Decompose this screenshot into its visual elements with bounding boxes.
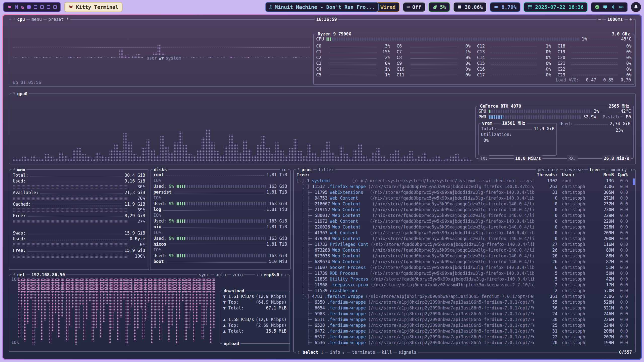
core-usage: 0% xyxy=(459,72,471,78)
window-title-text: Kitty Terminal xyxy=(76,4,118,10)
workspace-button[interactable] xyxy=(27,5,31,9)
mem-column-header[interactable]: MemB xyxy=(591,172,614,178)
process-row[interactable]: │ ├─ 11732Privileged Cont(/nix/store/fqa… xyxy=(297,242,632,247)
cpu-panel-title[interactable]: ¹cpu xyxy=(11,16,26,22)
workspace-button[interactable] xyxy=(53,5,57,9)
bluetooth-icon[interactable] xyxy=(611,5,616,10)
process-row[interactable]: │ ├─ 479390Web Content(/nix/store/fqadd0… xyxy=(297,236,632,242)
process-row[interactable]: │ ├─ 11839Utility Process(/nix/store/fqa… xyxy=(297,276,632,282)
notification-bell-button[interactable] xyxy=(631,2,641,12)
vram-title: vram xyxy=(480,120,494,126)
status-bar: N ↻ Kitty Terminal ♫ Minuit Machine - Do… xyxy=(0,0,644,14)
process-scrollbar[interactable] xyxy=(633,178,635,185)
monitor-icon[interactable] xyxy=(603,5,608,10)
core-label: C10 xyxy=(397,66,408,72)
process-row[interactable]: │ ├─ 41363Web Content(/nix/store/fqadd0b… xyxy=(297,230,632,236)
terminate-button[interactable]: terminate xyxy=(350,349,377,355)
idle-inhibitor-widget[interactable]: ⌨ Off xyxy=(403,2,425,12)
interface-switcher[interactable]: ←benp8s0n→ xyxy=(255,272,288,278)
net-totals-box: download upload ▼ 1,61 KiB/s(12,9 Kibps)… xyxy=(220,291,290,344)
process-row[interactable]: ├─ 6350.ferdium-wrappe(/nix/store/a1pj8h… xyxy=(297,299,632,305)
process-row[interactable]: ├─ 6511.ferdium-wrappe(/nix/store/a1pj8h… xyxy=(297,317,632,323)
interval-decrease-button[interactable]: − xyxy=(597,16,602,22)
core-usage: 0% xyxy=(539,66,551,72)
idle-value: Off xyxy=(412,4,421,10)
info-button[interactable]: info ↵ xyxy=(328,349,347,355)
process-row[interactable]: │ ├─ 220028Web Content(/nix/store/fqadd0… xyxy=(297,224,632,230)
process-row[interactable]: │ └─ 11539crashhelper 2 christoph 5.0M 0… xyxy=(297,288,632,294)
process-row[interactable]: [-]-4783.ferdium-wrappe(/nix/store/a1pj8… xyxy=(297,294,632,299)
process-row[interactable]: │ ├─ 94753Web Content(/nix/store/fqadd0b… xyxy=(297,195,632,201)
select-keys-hint[interactable]: ↑ select ↓ xyxy=(296,349,325,355)
process-row[interactable]: │ ├─ 673038Web Content(/nix/store/fqadd0… xyxy=(297,253,632,259)
cpu-core-row: C15 0% xyxy=(477,61,551,66)
process-row[interactable]: ├─ 6654.ferdium-wrappe(/nix/store/a1pj8h… xyxy=(297,305,632,311)
cpu-column-header[interactable]: Cpu% xyxy=(614,172,632,178)
battery-icon[interactable] xyxy=(619,5,624,10)
cpu-panel: ¹cpu menu preset * 16:36:59 − 1000ms + u… xyxy=(9,19,636,87)
cpu-core-row: C0 3% xyxy=(316,43,390,49)
disk-usage-value: 8.79% xyxy=(501,4,516,10)
process-row[interactable]: ├─ 6536.ferdium-wrappe(/nix/store/a1pj8h… xyxy=(297,340,632,346)
workspace-button[interactable] xyxy=(47,5,50,9)
process-row[interactable]: │ ├─ 11795WebExtensions(/nix/store/fqadd… xyxy=(297,190,632,195)
process-row[interactable]: │ ├─ 11968.keepassxc-prox(/nix/store/bsl… xyxy=(297,282,632,288)
cpu-usage-value: 5% xyxy=(440,4,446,10)
active-window-title[interactable]: Kitty Terminal xyxy=(64,2,123,12)
net-sync-button[interactable]: sync xyxy=(197,272,211,278)
kill-button[interactable]: kill xyxy=(380,349,393,355)
threads-column-header[interactable]: Threads: xyxy=(534,172,557,178)
process-row[interactable]: [-]-11532.firefox-wrappe(/nix/store/fqad… xyxy=(297,184,632,190)
process-row[interactable]: │ ├─ 11972Web Content(/nix/store/fqadd0b… xyxy=(297,218,632,224)
vram-used-pct: 23% xyxy=(616,127,623,133)
user-column-header[interactable]: User: xyxy=(557,172,591,178)
memory-stat-row: Available:21,3 GiB 70% xyxy=(13,190,145,201)
process-table-header[interactable]: Tree: Threads: User: MemB Cpu% xyxy=(297,172,632,178)
core-usage: 0% xyxy=(620,49,631,55)
core-label: C19 xyxy=(557,49,569,55)
disk-widget[interactable]: 8.79% xyxy=(490,2,520,12)
cpu-core-row: C11 0% xyxy=(397,72,471,78)
tree-column-header[interactable]: Tree: xyxy=(297,172,534,178)
memory-widget[interactable]: 30.06% xyxy=(453,2,487,12)
process-row[interactable]: │ ├─ 11739RDD Process(/nix/store/fqadd0b… xyxy=(297,270,632,276)
core-label: C17 xyxy=(477,72,489,78)
network-value: Wired xyxy=(380,4,395,10)
process-row[interactable]: │ ├─ 580017Web Content(/nix/store/fqadd0… xyxy=(297,213,632,218)
process-row[interactable]: ├─ 6520.ferdium-wrappe(/nix/store/a1pj8h… xyxy=(297,323,632,328)
check-circle-icon[interactable] xyxy=(595,5,600,10)
process-row[interactable]: ├─ 5983.ferdium-wrappe(/nix/store/a1pj8h… xyxy=(297,311,632,317)
swap-stat-row: Swap:15,9 GiB xyxy=(13,230,145,236)
clock-widget[interactable]: 2025-07-22 16:36 xyxy=(524,2,588,12)
music-note-icon: ♫ xyxy=(269,5,272,10)
process-row[interactable]: ├─ 6517.ferdium-wrappe(/nix/store/a1pj8h… xyxy=(297,334,632,340)
process-row[interactable]: │ ├─ 219152Web Content(/nix/store/fqadd0… xyxy=(297,207,632,213)
interval-increase-button[interactable]: + xyxy=(628,16,633,22)
media-player-widget[interactable]: ♫ Minuit Machine - Don't Run Fro... xyxy=(265,2,379,12)
cpu-core-row: C6 0% xyxy=(397,43,471,49)
neovim-workspace-icon[interactable]: N xyxy=(15,5,18,10)
cpu-core-row: C13 0% xyxy=(477,49,551,55)
cat-workspace-icon[interactable] xyxy=(7,5,12,10)
net-history-graph xyxy=(18,279,215,348)
net-zero-button[interactable]: zero xyxy=(231,272,244,278)
vram-total-label: Total: xyxy=(481,126,496,132)
workspace-switcher: N ↻ xyxy=(3,2,61,12)
core-usage: 0% xyxy=(620,43,631,49)
workspace-button[interactable] xyxy=(40,5,44,9)
process-row[interactable]: │ ├─ 673288Web Content(/nix/store/fqadd0… xyxy=(297,247,632,253)
workspace-button[interactable] xyxy=(34,5,37,9)
process-row[interactable]: │ ├─ 11607Socket Process(/nix/store/fqad… xyxy=(297,265,632,270)
refresh-workspace-icon[interactable]: ↻ xyxy=(21,5,24,10)
process-row[interactable]: [-]-1systemd(/run/current-system/systemd… xyxy=(297,178,632,184)
preset-button[interactable]: preset * xyxy=(47,16,70,22)
process-row[interactable]: │ ├─ 218067Web Content(/nix/store/fqadd0… xyxy=(297,201,632,207)
net-auto-button[interactable]: auto xyxy=(214,272,227,278)
menu-button[interactable]: menu xyxy=(30,16,43,22)
gpu-panel-title[interactable]: ⁵gpu0 xyxy=(11,91,29,97)
process-row[interactable]: ├─ 6472.ferdium-wrappe(/nix/store/a1pj8h… xyxy=(297,328,632,334)
memory-panel-title[interactable]: ²mem xyxy=(11,167,26,173)
cpu-widget[interactable]: 5% xyxy=(428,2,450,12)
process-row[interactable]: │ ├─ 689674Web Content(/nix/store/fqadd0… xyxy=(297,259,632,265)
signals-button[interactable]: signals xyxy=(397,349,418,355)
